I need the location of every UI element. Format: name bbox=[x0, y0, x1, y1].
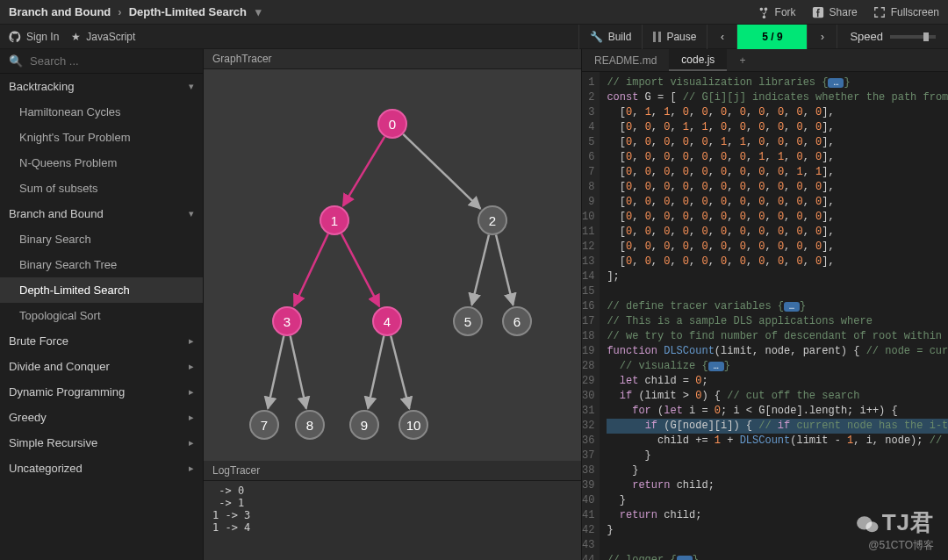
graph-node[interactable]: 2 bbox=[478, 205, 507, 235]
fullscreen-button[interactable]: Fullscreen bbox=[873, 6, 939, 18]
fullscreen-icon bbox=[873, 6, 886, 18]
sidebar: 🔍 Backtracking▾Hamiltonean CyclesKnight'… bbox=[0, 49, 204, 560]
sidebar-category[interactable]: Greedy▸ bbox=[0, 405, 203, 430]
sidebar-category[interactable]: Brute Force▸ bbox=[0, 328, 203, 354]
chevron-right-icon: › bbox=[118, 5, 121, 18]
sidebar-category[interactable]: Divide and Conquer▸ bbox=[0, 354, 203, 379]
sidebar-item[interactable]: Binary Search bbox=[0, 226, 203, 252]
tab-code[interactable]: code.js bbox=[669, 49, 727, 71]
graph-node[interactable]: 0 bbox=[377, 109, 407, 139]
pause-button[interactable]: Pause bbox=[642, 25, 707, 49]
graph-edge bbox=[291, 336, 306, 409]
sidebar-item[interactable]: Sum of subsets bbox=[0, 176, 203, 201]
chevron-right-icon: ▸ bbox=[189, 437, 194, 449]
speed-control[interactable]: Speed bbox=[837, 25, 948, 48]
build-button[interactable]: 🔧 Build bbox=[578, 25, 643, 49]
share-button[interactable]: Share bbox=[812, 6, 858, 18]
graph-tracer[interactable]: 012345678910 bbox=[204, 69, 581, 461]
search-input[interactable]: 🔍 bbox=[0, 49, 203, 74]
breadcrumb-child[interactable]: Depth-Limited Search bbox=[129, 5, 247, 18]
chevron-down-icon[interactable]: ▾ bbox=[255, 5, 262, 18]
sidebar-item[interactable]: N-Queens Problem bbox=[0, 150, 203, 176]
step-forward-button[interactable]: › bbox=[807, 25, 837, 49]
speed-slider[interactable] bbox=[890, 35, 936, 39]
chevron-right-icon: ▸ bbox=[189, 463, 194, 474]
chevron-down-icon: ▾ bbox=[189, 81, 194, 92]
pause-icon bbox=[653, 32, 661, 42]
chevron-down-icon: ▾ bbox=[189, 208, 194, 219]
wrench-icon: 🔧 bbox=[590, 31, 603, 43]
signin-button[interactable]: Sign In bbox=[9, 31, 59, 43]
sidebar-category[interactable]: Branch and Bound▾ bbox=[0, 201, 203, 226]
sidebar-item[interactable]: Topological Sort bbox=[0, 303, 203, 328]
graph-edge bbox=[294, 233, 328, 305]
graph-edge bbox=[496, 235, 513, 305]
graph-node[interactable]: 1 bbox=[320, 205, 349, 235]
fork-button[interactable]: Fork bbox=[758, 6, 796, 18]
line-gutter: 1 2 3 4 5 6 7 8 9 10 11 12 13 14 15 16 1… bbox=[582, 72, 600, 560]
graph-edge bbox=[343, 137, 384, 206]
star-icon: ★ bbox=[71, 31, 81, 43]
sidebar-item[interactable]: Knight's Tour Problem bbox=[0, 125, 203, 150]
graph-panel-head: GraphTracer bbox=[204, 49, 581, 69]
search-icon: 🔍 bbox=[9, 54, 23, 68]
add-tab-button[interactable]: + bbox=[727, 49, 758, 71]
progress-indicator[interactable]: 5 / 9 bbox=[736, 25, 807, 49]
graph-edge bbox=[471, 235, 488, 305]
sidebar-category[interactable]: Simple Recursive▸ bbox=[0, 430, 203, 456]
facebook-icon bbox=[812, 6, 824, 18]
log-tracer: -> 0 -> 11 -> 31 -> 4 bbox=[204, 481, 581, 560]
graph-edge bbox=[368, 336, 384, 409]
graph-edge bbox=[268, 336, 284, 409]
code-body[interactable]: // import visualization libraries {…} co… bbox=[600, 72, 948, 560]
tab-readme[interactable]: README.md bbox=[582, 49, 669, 71]
github-icon bbox=[9, 31, 21, 43]
sidebar-item[interactable]: Depth-Limited Search bbox=[0, 277, 203, 303]
step-back-button[interactable]: ‹ bbox=[707, 25, 736, 49]
sidebar-category[interactable]: Dynamic Programming▸ bbox=[0, 379, 203, 405]
chevron-right-icon: ▸ bbox=[189, 335, 194, 347]
graph-edge bbox=[391, 335, 409, 408]
chevron-right-icon: ▸ bbox=[189, 361, 194, 372]
code-editor[interactable]: 1 2 3 4 5 6 7 8 9 10 11 12 13 14 15 16 1… bbox=[582, 72, 948, 560]
graph-edge bbox=[341, 233, 379, 306]
graph-node[interactable]: 9 bbox=[349, 410, 379, 440]
sidebar-category[interactable]: Uncategorized▸ bbox=[0, 456, 203, 481]
graph-node[interactable]: 10 bbox=[399, 410, 428, 440]
graph-node[interactable]: 8 bbox=[295, 410, 325, 440]
chevron-right-icon: ▸ bbox=[189, 386, 194, 398]
sidebar-category[interactable]: Backtracking▾ bbox=[0, 74, 203, 99]
chevron-right-icon: › bbox=[821, 31, 824, 43]
graph-node[interactable]: 7 bbox=[249, 410, 279, 440]
graph-edge bbox=[403, 134, 480, 209]
graph-node[interactable]: 5 bbox=[453, 306, 483, 336]
chevron-left-icon: ‹ bbox=[721, 31, 724, 43]
fork-icon bbox=[758, 6, 770, 18]
graph-node[interactable]: 6 bbox=[502, 306, 532, 336]
log-panel-head: LogTracer bbox=[204, 461, 581, 481]
graph-node[interactable]: 4 bbox=[372, 306, 402, 336]
sidebar-item[interactable]: Hamiltonean Cycles bbox=[0, 99, 203, 125]
language-select[interactable]: ★ JavaScript bbox=[71, 31, 135, 43]
breadcrumb[interactable]: Branch and Bound › Depth-Limited Search … bbox=[9, 5, 262, 18]
graph-node[interactable]: 3 bbox=[272, 306, 302, 336]
chevron-right-icon: ▸ bbox=[189, 412, 194, 423]
breadcrumb-parent[interactable]: Branch and Bound bbox=[9, 5, 111, 18]
sidebar-item[interactable]: Binary Search Tree bbox=[0, 252, 203, 277]
search-field[interactable] bbox=[30, 54, 194, 68]
